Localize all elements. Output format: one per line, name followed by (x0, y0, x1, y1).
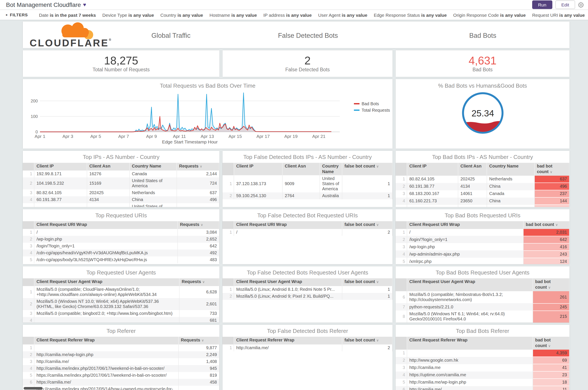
filter-item[interactable]: Origin Response Codeis any value (453, 12, 526, 17)
column-header[interactable]: Client Request User Agent Wrap (34, 278, 179, 286)
table-cell: 192.99.8.171 (34, 170, 87, 177)
edit-button[interactable]: Edit (555, 0, 575, 9)
legend-label: Total Requests (362, 108, 390, 112)
table-cell: 60.191.38.77 (407, 183, 458, 190)
table-cell: 18 (533, 379, 569, 386)
data-table: Client Request User Agent WrapRequests∨1… (23, 278, 219, 323)
table-cell: China (130, 196, 177, 203)
table-cell: 19165 (87, 203, 130, 207)
table-row: 2Mozilla/5.0 (Windows NT 10.0; Win64; x6… (23, 298, 219, 310)
table-cell: / (34, 229, 178, 236)
filter-item[interactable]: User Agentis any value (318, 12, 367, 17)
data-table: Client Request User Agent Wrapfalse bot … (222, 278, 392, 299)
row-number: 6 (395, 386, 407, 390)
row-number: 1 (222, 344, 234, 351)
column-header[interactable]: bad bot count∨ (533, 278, 569, 291)
table-cell: 61.160.221.73 (407, 197, 458, 205)
column-header[interactable]: Country Name (320, 163, 342, 175)
column-header[interactable]: Client Request URI Wrap (34, 221, 178, 229)
table-cell: http://camilia.me/index.php/2017/05/14/h… (34, 386, 178, 390)
column-header[interactable]: false bot count∨ (342, 278, 392, 286)
column-header[interactable]: Country Name (130, 163, 177, 170)
horizontal-scrollbar-thumb[interactable] (24, 387, 43, 390)
column-header[interactable]: Country Name (487, 163, 535, 176)
filter-item[interactable]: Hostnameis any value (209, 12, 257, 17)
gear-icon[interactable] (578, 2, 584, 7)
legend-item-total-requests[interactable]: Total Requests (354, 108, 390, 112)
table-row: 1http://camilia.me/2 (222, 344, 392, 351)
table-cell (535, 205, 569, 207)
column-header[interactable]: Client Request URI Wrap (234, 221, 342, 229)
table-cell: 80.82.64.105 (34, 189, 87, 196)
table-cell: 496 (535, 183, 569, 190)
row-number: 2 (23, 177, 34, 189)
table-cell: 243 (523, 250, 569, 258)
legend-label: Bad Bots (362, 101, 379, 106)
sort-caret-icon: ∨ (376, 223, 379, 227)
row-number: 3 (23, 189, 34, 196)
column-header[interactable]: Client Request Referer Wrap (234, 337, 342, 344)
line-chart[interactable]: 0100200Apr 1Apr 3Apr 5Apr 7Apr 9Apr 11Ap… (25, 90, 344, 145)
filter-item[interactable]: Request URIis any value (532, 12, 585, 17)
column-header[interactable]: false bot count∨ (342, 337, 392, 344)
tile-top-requested-uris: Top Requested URIsClient Request URI Wra… (23, 209, 219, 264)
filter-item[interactable]: Dateis in the past 7 weeks (39, 12, 96, 17)
filter-item[interactable]: IP addressis any value (263, 12, 312, 17)
tile-top-bad-bot-referer: Top Bad Bots RefererClient Request Refer… (395, 325, 570, 390)
column-header[interactable]: Requests∨ (178, 337, 219, 344)
column-header[interactable]: false bot count∨ (342, 163, 392, 175)
column-header[interactable]: Client Asn (282, 163, 320, 175)
table-row: 260.191.38.774134China496 (395, 183, 569, 190)
table-cell: 4134 (87, 196, 130, 203)
heart-icon: ♥ (83, 2, 86, 8)
table-cell: 681 (179, 317, 219, 323)
row-number: 5 (23, 203, 34, 207)
table-cell: 458 (178, 379, 219, 386)
table-title: Top Requested User Agents (23, 266, 219, 278)
kpi-label: Bad Bots (472, 67, 492, 72)
filters-expand-caret[interactable]: ▸ (6, 13, 8, 17)
column-header[interactable]: Client Asn (458, 163, 487, 176)
table-cell: 2,031 (523, 229, 569, 236)
column-header[interactable]: Requests∨ (178, 221, 219, 229)
column-header[interactable]: Client Request Referer Wrap (407, 337, 533, 350)
table-title: Top Bad Bots Requested URIs (395, 209, 570, 221)
column-header[interactable]: bad bot count∨ (535, 163, 569, 176)
column-header[interactable]: Client Request User Agent Wrap (407, 278, 533, 291)
row-number: 5 (395, 258, 407, 264)
column-header[interactable]: Client Request URI Wrap (407, 221, 523, 229)
table-cell: 642 (178, 243, 219, 249)
table-row: 5http://camilia.me/wp-login.php18 (395, 379, 569, 386)
column-header[interactable]: bad bot count∨ (523, 221, 569, 229)
table-cell: 637 (177, 189, 219, 196)
filter-item[interactable]: Edge Response Statusis any value (374, 12, 447, 17)
filter-item[interactable]: Countryis any value (160, 12, 203, 17)
table-cell: /login/?login_only=1 (34, 243, 178, 249)
row-number: 2 (222, 293, 234, 299)
column-header[interactable]: false bot count∨ (342, 221, 392, 229)
column-header[interactable]: Requests∨ (177, 163, 219, 170)
row-number (395, 205, 407, 207)
column-header[interactable]: Client IP (234, 163, 282, 175)
column-header[interactable]: Requests∨ (179, 278, 219, 286)
column-header[interactable]: Client IP (407, 163, 458, 176)
filter-item[interactable]: Device Typeis any value (102, 12, 154, 17)
column-header[interactable]: bad bot count∨ (533, 337, 569, 350)
column-header[interactable]: Client IP (34, 163, 87, 170)
legend-item-bad-bots[interactable]: Bad Bots (354, 101, 390, 106)
table-title: Top Bad Bots Requested User Agents (395, 266, 570, 278)
column-header[interactable]: Client Request Referer Wrap (34, 337, 178, 344)
filters-label[interactable]: FILTERS (10, 12, 28, 17)
run-button[interactable]: Run (532, 0, 552, 9)
table-row: 1/3,084 (23, 229, 219, 236)
data-table: Client Request User Agent Wrapbad bot co… (395, 278, 570, 323)
column-header[interactable]: Client Asn (87, 163, 130, 170)
column-title-global-traffic: Global Traffic (151, 32, 191, 40)
column-header[interactable]: Client Request User Agent Wrap (234, 278, 342, 286)
filter-field: Edge Response Status (374, 12, 420, 17)
table-title: Top False Detected Bots IPs - AS Number … (222, 151, 392, 163)
table-row: 4/cdn-cgi/apps/head/xVgyKhR-vV3dAUGhMqfB… (23, 249, 219, 256)
table-cell: /cdn-cgi/apps/head/xVgyKhR-vV3dAUGhMqfBc… (34, 249, 178, 256)
table-cell: 69 (533, 357, 569, 364)
row-number-header (222, 337, 234, 344)
